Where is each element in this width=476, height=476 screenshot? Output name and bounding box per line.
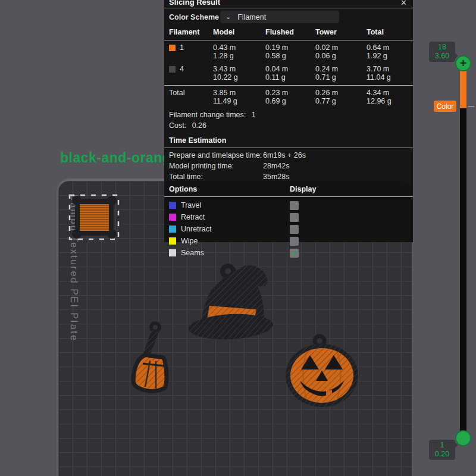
color-change-badge[interactable]: Color [434, 101, 456, 112]
layer-slider-bottom-tooltip: 1 0.20 [429, 440, 455, 460]
cost-value: 0.26 [192, 121, 206, 130]
prime-tower-model[interactable] [70, 195, 118, 239]
layer-slider-top-handle[interactable]: + [455, 55, 471, 71]
wipe-checkbox[interactable] [290, 237, 299, 246]
table-total-row: Total 3.85 m11.49 g 0.23 m0.69 g 0.26 m0… [164, 86, 413, 107]
col-total: Total [367, 28, 408, 36]
layer-slider-top-tooltip: 18 3.60 [429, 42, 455, 62]
layer-slider-tick [468, 106, 474, 107]
options-heading: Options [169, 185, 290, 193]
seams-color-swatch [169, 249, 176, 256]
layer-slider-bottom-handle[interactable] [455, 430, 471, 446]
travel-color-swatch [169, 202, 176, 209]
filament-change-value: 1 [252, 111, 256, 119]
slicing-result-panel: Slicing Result ✕ Color Scheme ⌄ Filament… [164, 0, 413, 242]
broom-model[interactable] [133, 323, 167, 391]
pumpkin-model[interactable] [286, 336, 358, 407]
filament-swatch [169, 66, 176, 73]
filament-id: 1 [180, 43, 184, 52]
filament-change-label: Filament change times: [169, 111, 246, 119]
display-heading: Display [290, 185, 408, 193]
cost-label: Cost: [169, 121, 186, 130]
table-row: 4 3.43 m10.22 g 0.04 m0.11 g 0.24 m0.71 … [164, 62, 413, 83]
retract-checkbox[interactable] [290, 213, 299, 222]
divider [164, 196, 413, 197]
time-row: Model printing time: 28m42s [164, 161, 413, 171]
filament-table-header: Filament Model Flushed Tower Total [164, 25, 413, 40]
color-scheme-dropdown[interactable]: ⌄ Filament [220, 11, 339, 23]
cost-row: Cost: 0.26 [164, 120, 413, 131]
color-scheme-label: Color Scheme [169, 13, 220, 21]
time-row: Total time: 35m28s [164, 171, 413, 182]
wipe-color-swatch [169, 237, 176, 245]
panel-titlebar: Slicing Result ✕ [164, 0, 413, 8]
option-row-unretract: Unretract [164, 223, 413, 235]
close-icon[interactable]: ✕ [400, 0, 407, 7]
unretract-color-swatch [169, 226, 176, 233]
color-scheme-value: Filament [237, 13, 266, 21]
plus-icon: + [460, 57, 467, 69]
col-flushed: Flushed [265, 28, 315, 36]
time-estimation-heading: Time Estimation [164, 131, 413, 148]
layer-slider-track[interactable] [460, 65, 466, 441]
col-tower: Tower [315, 28, 367, 36]
chevron-down-icon: ⌄ [226, 13, 231, 21]
seams-checkbox[interactable]: ✓ [290, 249, 299, 258]
divider [164, 148, 413, 148]
retract-color-swatch [169, 214, 176, 221]
option-row-seams: Seams ✓ [164, 247, 413, 259]
options-header: Options Display [164, 182, 413, 196]
unretract-checkbox[interactable] [290, 225, 299, 234]
color-scheme-row: Color Scheme ⌄ Filament [164, 8, 413, 25]
filament-change-row: Filament change times: 1 [164, 109, 413, 120]
table-row: 1 0.43 m1.28 g 0.19 m0.58 g 0.02 m0.06 g… [164, 40, 413, 62]
travel-checkbox[interactable] [290, 201, 299, 210]
time-row: Prepare and timelapse time: 6m19s + 26s [164, 150, 413, 161]
layer-slider-colored-range [460, 65, 466, 108]
top-layer-number: 18 [433, 43, 452, 52]
option-row-retract: Retract [164, 211, 413, 223]
top-layer-height: 3.60 [433, 52, 452, 61]
witch-hat-model[interactable] [188, 265, 274, 342]
filament-id: 4 [180, 65, 184, 73]
option-row-wipe: Wipe [164, 235, 413, 247]
bottom-layer-number: 1 [433, 441, 452, 450]
col-filament: Filament [169, 28, 213, 36]
bottom-layer-height: 0.20 [433, 450, 452, 459]
total-label: Total [169, 89, 213, 105]
col-model: Model [213, 28, 265, 36]
filament-swatch [169, 45, 176, 51]
panel-title: Slicing Result [169, 0, 220, 7]
option-row-travel: Travel [164, 199, 413, 211]
